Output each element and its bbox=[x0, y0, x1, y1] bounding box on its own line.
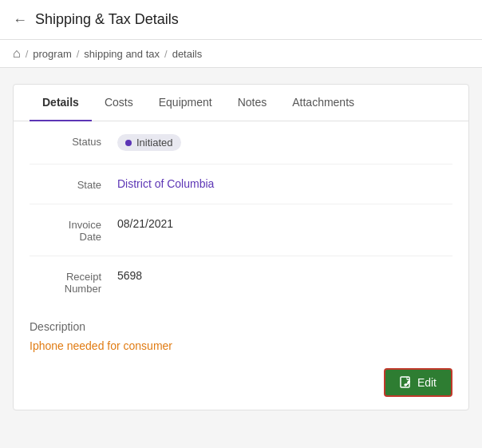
breadcrumb: ⌂ / program / shipping and tax / details bbox=[0, 40, 482, 68]
breadcrumb-program[interactable]: program bbox=[33, 48, 71, 60]
description-section: Description Iphone needed for consumer bbox=[14, 307, 468, 359]
state-row: State District of Columbia bbox=[30, 165, 452, 204]
tabs: Details Costs Equipment Notes Attachment… bbox=[14, 85, 468, 121]
tab-costs[interactable]: Costs bbox=[92, 85, 146, 121]
breadcrumb-sep-1: / bbox=[26, 48, 29, 60]
status-row: Status Initiated bbox=[30, 121, 452, 165]
tab-attachments[interactable]: Attachments bbox=[279, 85, 367, 121]
edit-label: Edit bbox=[417, 376, 437, 389]
tab-details[interactable]: Details bbox=[30, 85, 92, 121]
state-label: State bbox=[30, 177, 117, 191]
page-title: Shipping & Tax Details bbox=[35, 11, 179, 28]
status-dot bbox=[125, 140, 132, 146]
description-label: Description bbox=[30, 320, 452, 333]
invoice-date-value: 08/21/2021 bbox=[117, 217, 173, 230]
status-value: Initiated bbox=[117, 134, 181, 151]
status-label: Status bbox=[30, 134, 117, 148]
state-value[interactable]: District of Columbia bbox=[117, 177, 214, 190]
tab-notes[interactable]: Notes bbox=[225, 85, 280, 121]
invoice-date-row: InvoiceDate 08/21/2021 bbox=[30, 204, 452, 256]
status-text: Initiated bbox=[136, 137, 173, 149]
back-button[interactable]: ← bbox=[13, 13, 27, 27]
breadcrumb-sep-3: / bbox=[164, 48, 168, 60]
detail-section: Status Initiated State District of Colum… bbox=[14, 121, 468, 307]
tab-equipment[interactable]: Equipment bbox=[146, 85, 225, 121]
breadcrumb-shipping-tax[interactable]: shipping and tax bbox=[84, 48, 160, 60]
status-badge: Initiated bbox=[117, 134, 181, 151]
invoice-date-label: InvoiceDate bbox=[30, 217, 117, 243]
breadcrumb-details: details bbox=[172, 48, 203, 60]
detail-card: Details Costs Equipment Notes Attachment… bbox=[13, 84, 469, 410]
home-icon[interactable]: ⌂ bbox=[13, 46, 21, 61]
receipt-number-row: ReceiptNumber 5698 bbox=[30, 256, 452, 307]
card-footer: Edit bbox=[14, 359, 468, 410]
edit-icon bbox=[400, 376, 413, 389]
breadcrumb-sep-2: / bbox=[77, 48, 80, 60]
receipt-number-value: 5698 bbox=[117, 269, 142, 282]
receipt-number-label: ReceiptNumber bbox=[30, 269, 117, 295]
edit-button[interactable]: Edit bbox=[384, 368, 452, 397]
main-content: Details Costs Equipment Notes Attachment… bbox=[0, 68, 482, 426]
header: ← Shipping & Tax Details bbox=[0, 0, 482, 40]
description-value: Iphone needed for consumer bbox=[30, 339, 452, 352]
